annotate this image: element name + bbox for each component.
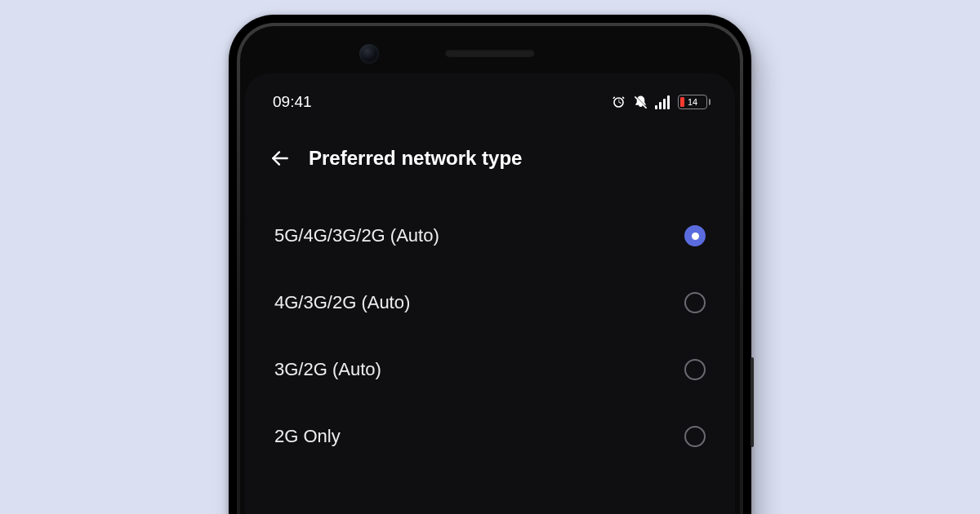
alarm-icon [611, 95, 626, 110]
svg-rect-3 [659, 102, 662, 109]
battery-level: 14 [679, 98, 706, 107]
phone-frame: 09:41 [229, 15, 751, 514]
network-option-4g-auto[interactable]: 4G/3G/2G (Auto) [270, 269, 710, 336]
svg-rect-4 [663, 99, 666, 109]
network-option-5g-auto[interactable]: 5G/4G/3G/2G (Auto) [270, 202, 710, 269]
back-button[interactable] [270, 148, 291, 169]
network-option-2g-only[interactable]: 2G Only [270, 403, 710, 470]
phone-side-button [751, 357, 754, 447]
battery-body: 14 [678, 95, 707, 109]
radio-unselected-icon [684, 359, 706, 380]
phone-screen: 09:41 [245, 73, 735, 514]
page-title: Preferred network type [309, 147, 522, 170]
svg-rect-2 [655, 105, 657, 109]
status-bar: 09:41 [245, 73, 735, 116]
option-label: 4G/3G/2G (Auto) [274, 292, 410, 313]
status-time: 09:41 [273, 93, 312, 111]
radio-unselected-icon [684, 292, 706, 313]
status-icons: 14 [611, 95, 707, 110]
earpiece-speaker [445, 49, 535, 57]
option-label: 3G/2G (Auto) [274, 359, 381, 380]
radio-unselected-icon [684, 426, 706, 447]
battery-cap [709, 99, 711, 105]
option-label: 2G Only [274, 426, 341, 447]
arrow-left-icon [270, 148, 291, 169]
battery-indicator: 14 [678, 95, 707, 109]
signal-icon [655, 95, 671, 109]
option-label: 5G/4G/3G/2G (Auto) [274, 225, 439, 246]
network-options-list: 5G/4G/3G/2G (Auto) 4G/3G/2G (Auto) 3G/2G… [245, 178, 735, 470]
radio-selected-icon [684, 225, 706, 246]
svg-rect-5 [667, 95, 670, 109]
mute-icon [633, 95, 648, 110]
network-option-3g-auto[interactable]: 3G/2G (Auto) [270, 336, 710, 403]
front-camera [359, 44, 379, 64]
page-header: Preferred network type [245, 116, 735, 178]
